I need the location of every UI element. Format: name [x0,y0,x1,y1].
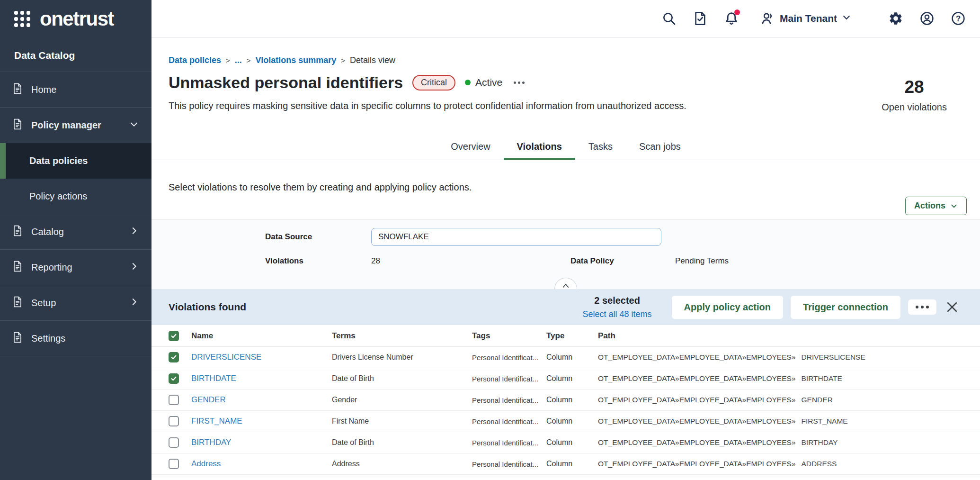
notifications-bell-icon[interactable] [724,11,739,26]
select-all-checkbox[interactable] [169,331,179,341]
row-name-link[interactable]: GENDER [191,395,332,405]
breadcrumb-violations-summary[interactable]: Violations summary [256,55,337,65]
more-options-icon[interactable] [908,299,936,315]
tab-violations[interactable]: Violations [504,135,575,160]
row-tags: Personal Identificat... [472,353,546,362]
row-name-link[interactable]: DRIVERSLICENSE [191,353,332,362]
sidebar-item-label: Policy manager [31,120,101,131]
severity-badge: Critical [412,75,455,91]
tab-bar: Overview Violations Tasks Scan jobs [151,135,980,160]
column-header-name[interactable]: Name [191,331,332,341]
sidebar-item-label: Data policies [29,155,88,166]
account-icon[interactable] [919,11,935,26]
tab-overview[interactable]: Overview [437,135,503,160]
more-actions-icon[interactable] [512,80,526,86]
sidebar-item-setup[interactable]: Setup [0,285,151,321]
select-all-link[interactable]: Select all 48 items [583,309,652,319]
open-violations-stat: 28 Open violations [882,77,947,113]
row-tags: Personal Identificat... [472,460,546,468]
close-icon[interactable] [945,300,959,314]
row-terms: Drivers License Number [332,353,472,362]
data-source-input[interactable] [371,228,661,246]
column-header-path[interactable]: Path [598,331,980,341]
column-header-terms[interactable]: Terms [332,331,472,341]
row-name-link[interactable]: Address [191,459,332,469]
row-checkbox[interactable] [169,352,179,362]
document-icon [11,331,24,346]
open-violations-count: 28 [882,77,947,97]
row-name-link[interactable]: FIRST_NAME [191,417,332,426]
active-status-dot-icon [465,80,471,85]
table-row: BIRTHDATE Date of Birth Personal Identif… [151,368,980,389]
actions-button[interactable]: Actions [905,197,967,215]
column-header-tags[interactable]: Tags [472,331,546,341]
data-policy-label: Data Policy [570,256,675,266]
apply-policy-action-button[interactable]: Apply policy action [672,296,783,319]
row-name-link[interactable]: BIRTHDATE [191,374,332,383]
sidebar-item-reporting[interactable]: Reporting [0,250,151,285]
row-type: Column [546,374,598,383]
sidebar-item-settings[interactable]: Settings [0,321,151,356]
row-name-link[interactable]: BIRTHDAY [191,438,332,447]
tenant-person-icon [760,11,775,26]
row-type: Column [546,353,598,362]
row-path: OT_EMPLOYEE_DATA»EMPLOYEE_DATA»EMPLOYEES… [598,438,980,447]
gear-icon[interactable] [888,11,903,26]
brand-logo[interactable]: onetrust [0,0,151,37]
chevron-right-icon [129,226,139,238]
sidebar-item-data-policies[interactable]: Data policies [0,143,151,179]
tab-scan-jobs[interactable]: Scan jobs [626,135,694,160]
open-violations-label: Open violations [882,102,947,113]
row-terms: Address [332,460,472,468]
sidebar-item-policy-actions[interactable]: Policy actions [0,179,151,214]
search-icon[interactable] [661,11,677,26]
row-checkbox[interactable] [169,459,179,469]
sidebar-item-label: Reporting [31,262,72,273]
row-path: OT_EMPLOYEE_DATA»EMPLOYEE_DATA»EMPLOYEES… [598,460,980,468]
breadcrumb-separator: > [341,56,345,64]
data-policy-value: Pending Terms [675,256,729,266]
row-type: Column [546,438,598,447]
page-description: This policy requires masking sensitive d… [169,100,686,112]
row-tags: Personal Identificat... [472,396,546,404]
status-label: Active [475,77,502,88]
tab-tasks[interactable]: Tasks [575,135,626,160]
row-tags: Personal Identificat... [472,375,546,383]
app-launcher-icon[interactable] [14,11,30,27]
page-title: Unmasked personal identifiers [169,73,403,92]
collapse-panel-button[interactable] [554,278,577,289]
table-row: DRIVERSLICENSE Drivers License Number Pe… [151,347,980,368]
sidebar-item-home[interactable]: Home [0,72,151,108]
sidebar-item-label: Policy actions [29,191,87,202]
sidebar-item-label: Setup [31,298,56,308]
table-row: FIRST_NAME First Name Personal Identific… [151,411,980,432]
trigger-connection-button[interactable]: Trigger connection [791,296,900,319]
table-row: Address Address Personal Identificat... … [151,453,980,475]
tenant-switcher[interactable]: Main Tenant [760,11,851,26]
table-header: Name Terms Tags Type Path [151,325,980,347]
row-checkbox[interactable] [169,395,179,405]
data-source-label: Data Source [265,232,371,242]
sidebar-item-policy-manager[interactable]: Policy manager [0,108,151,143]
row-checkbox[interactable] [169,373,179,384]
column-header-type[interactable]: Type [546,331,598,341]
row-checkbox[interactable] [169,437,179,448]
document-icon [11,82,24,97]
row-checkbox[interactable] [169,416,179,426]
row-terms: Date of Birth [332,438,472,447]
notification-dot [734,9,740,15]
breadcrumb-separator: > [247,56,251,64]
document-check-icon[interactable] [693,11,708,26]
top-bar: Main Tenant ? [151,0,980,37]
table-row: GENDER Gender Personal Identificat... Co… [151,389,980,411]
sidebar-item-catalog[interactable]: Catalog [0,214,151,250]
sidebar-nav: Home Policy manager Data policies Policy… [0,72,151,356]
status-badge: Active [465,77,502,88]
breadcrumb-data-policies[interactable]: Data policies [169,55,221,65]
sidebar-item-label: Settings [31,333,65,344]
chevron-down-icon [950,202,958,210]
row-terms: Date of Birth [332,374,472,383]
breadcrumb: Data policies > ... > Violations summary… [169,55,686,65]
breadcrumb-ellipsis[interactable]: ... [235,55,242,65]
help-icon[interactable]: ? [951,11,966,26]
